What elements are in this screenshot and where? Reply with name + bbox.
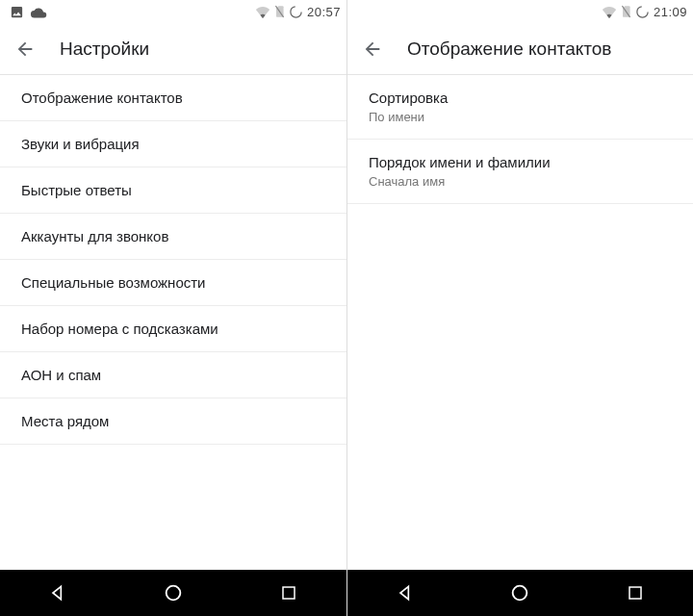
status-bar: 21:09 <box>347 0 693 23</box>
list-item-label: Отображение контактов <box>21 90 331 106</box>
svg-rect-3 <box>283 587 295 599</box>
settings-list: Отображение контактов Звуки и вибрация Б… <box>0 75 346 570</box>
item-name-format[interactable]: Порядок имени и фамилии Сначала имя <box>347 140 693 204</box>
svg-point-1 <box>291 6 301 16</box>
nav-recents-button[interactable] <box>616 574 654 612</box>
svg-rect-7 <box>629 587 641 599</box>
item-accessibility[interactable]: Специальные возможности <box>0 260 346 306</box>
image-icon <box>10 5 24 19</box>
wifi-icon <box>255 6 270 18</box>
screen-settings: 20:57 Настройки Отображение контактов Зв… <box>0 0 346 616</box>
list-item-label: Звуки и вибрация <box>21 136 331 152</box>
nav-recents-button[interactable] <box>270 574 308 612</box>
app-bar: Настройки <box>0 23 346 75</box>
loading-icon <box>289 5 303 19</box>
nav-back-button[interactable] <box>38 574 77 612</box>
list-item-label: АОН и спам <box>21 367 331 383</box>
list-item-label: Специальные возможности <box>21 274 331 291</box>
app-bar: Отображение контактов <box>347 23 693 75</box>
svg-point-6 <box>513 586 527 601</box>
back-button[interactable] <box>361 38 384 61</box>
item-assisted-dialing[interactable]: Набор номера с подсказками <box>0 306 346 352</box>
nav-back-button[interactable] <box>386 574 424 612</box>
screen-contacts-display: 21:09 Отображение контактов Сортировка П… <box>346 0 693 616</box>
status-clock: 21:09 <box>654 5 687 19</box>
page-title: Отображение контактов <box>407 38 611 60</box>
list-item-label: Быстрые ответы <box>21 182 331 198</box>
list-item-label: Места рядом <box>21 413 331 429</box>
list-item-label: Аккаунты для звонков <box>21 228 331 244</box>
list-item-value: По имени <box>369 110 678 124</box>
nav-bar <box>0 570 346 616</box>
display-options-list: Сортировка По имени Порядок имени и фами… <box>347 75 693 570</box>
svg-point-5 <box>637 6 648 16</box>
loading-icon <box>635 5 650 19</box>
sim-off-icon <box>274 5 285 18</box>
item-sort-by[interactable]: Сортировка По имени <box>347 75 693 140</box>
item-quick-responses[interactable]: Быстрые ответы <box>0 167 346 214</box>
nav-bar <box>347 570 693 616</box>
list-item-label: Сортировка <box>369 90 678 106</box>
status-clock: 20:57 <box>307 5 341 19</box>
wifi-icon <box>602 6 617 18</box>
back-button[interactable] <box>13 38 37 61</box>
item-caller-id-spam[interactable]: АОН и спам <box>0 352 346 398</box>
nav-home-button[interactable] <box>154 574 192 612</box>
cloud-icon <box>30 6 47 18</box>
nav-home-button[interactable] <box>500 574 539 612</box>
sim-off-icon <box>621 5 631 18</box>
item-nearby-places[interactable]: Места рядом <box>0 398 346 445</box>
list-item-value: Сначала имя <box>369 174 678 189</box>
item-sounds-vibration[interactable]: Звуки и вибрация <box>0 121 346 167</box>
list-item-label: Набор номера с подсказками <box>21 321 331 337</box>
list-item-label: Порядок имени и фамилии <box>369 154 678 170</box>
item-contacts-display[interactable]: Отображение контактов <box>0 75 346 121</box>
page-title: Настройки <box>60 38 149 60</box>
status-left-icons <box>6 5 47 19</box>
status-bar: 20:57 <box>0 0 346 23</box>
svg-point-2 <box>167 586 181 601</box>
item-calling-accounts[interactable]: Аккаунты для звонков <box>0 214 346 260</box>
